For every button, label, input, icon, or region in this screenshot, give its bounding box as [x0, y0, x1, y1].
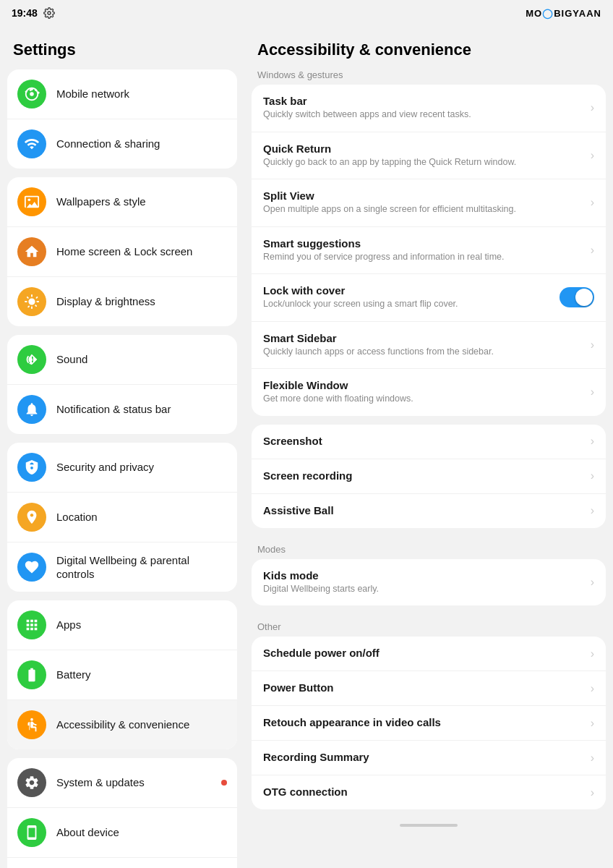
sound-label: Sound — [56, 352, 87, 367]
home-lock-label: Home screen & Lock screen — [56, 244, 192, 259]
sidebar-item-digital-wellbeing[interactable]: Digital Wellbeing & parental controls — [7, 542, 237, 592]
network-group: Mobile network Connection & sharing — [7, 69, 237, 169]
task-bar-chevron: › — [591, 101, 594, 114]
power-button-item[interactable]: Power Button › — [252, 671, 606, 706]
svg-point-1 — [30, 92, 34, 96]
wellbeing-icon — [17, 553, 46, 582]
smart-sidebar-content: Smart Sidebar Quickly launch apps or acc… — [263, 332, 591, 359]
retouch-video-title: Retouch appearance in video calls — [263, 716, 583, 728]
lock-cover-content: Lock with cover Lock/unlock your screen … — [263, 284, 560, 311]
time-display: 19:48 — [12, 7, 38, 19]
mobile-network-icon — [17, 80, 46, 109]
about-label: About device — [56, 825, 119, 840]
quick-return-chevron: › — [591, 149, 594, 162]
recording-summary-chevron: › — [591, 752, 594, 765]
sidebar-item-battery[interactable]: Battery — [7, 650, 237, 700]
kids-mode-item[interactable]: Kids mode Digital Wellbeing starts early… — [252, 559, 606, 606]
notification-icon — [17, 395, 46, 424]
kids-mode-content: Kids mode Digital Wellbeing starts early… — [263, 569, 591, 596]
sidebar-item-wallpapers[interactable]: Wallpapers & style — [7, 177, 237, 227]
quick-return-content: Quick Return Quickly go back to an app b… — [263, 142, 591, 169]
svg-point-0 — [48, 12, 51, 14]
notification-label: Notification & status bar — [56, 402, 171, 417]
modes-group: Kids mode Digital Wellbeing starts early… — [252, 559, 606, 606]
screenshot-item[interactable]: Screenshot › — [252, 425, 606, 459]
recording-summary-item[interactable]: Recording Summary › — [252, 741, 606, 775]
assistive-ball-item[interactable]: Assistive Ball › — [252, 494, 606, 528]
sidebar-item-sound[interactable]: Sound — [7, 335, 237, 385]
appearance-group: Wallpapers & style Home screen & Lock sc… — [7, 177, 237, 326]
otg-chevron: › — [591, 786, 594, 799]
flexible-window-item[interactable]: Flexible Window Get more done with float… — [252, 369, 606, 416]
flexible-window-content: Flexible Window Get more done with float… — [263, 379, 591, 406]
accessibility-icon — [17, 710, 46, 739]
toggle-thumb — [575, 289, 593, 306]
security-group: Security and privacy Location Digital We… — [7, 443, 237, 592]
otg-connection-item[interactable]: OTG connection › — [252, 775, 606, 809]
brand-logo: MO◯BIGYAAN — [526, 8, 601, 19]
power-button-chevron: › — [591, 682, 594, 695]
sidebar-item-accessibility[interactable]: Accessibility & convenience — [7, 700, 237, 749]
otg-content: OTG connection — [263, 786, 591, 799]
lock-with-cover-item[interactable]: Lock with cover Lock/unlock your screen … — [252, 274, 606, 322]
lock-cover-toggle[interactable] — [560, 287, 594, 307]
location-label: Location — [56, 510, 98, 524]
sidebar-item-security[interactable]: Security and privacy — [7, 443, 237, 493]
sidebar-item-location[interactable]: Location — [7, 493, 237, 542]
power-button-title: Power Button — [263, 681, 583, 694]
recording-summary-title: Recording Summary — [263, 751, 583, 763]
split-view-title: Split View — [263, 190, 583, 202]
schedule-power-item[interactable]: Schedule power on/off › — [252, 637, 606, 671]
gear-icon — [43, 7, 55, 19]
kids-mode-desc: Digital Wellbeing starts early. — [263, 583, 583, 596]
smart-suggestions-item[interactable]: Smart suggestions Remind you of service … — [252, 227, 606, 275]
assistive-ball-title: Assistive Ball — [263, 504, 583, 516]
accessibility-label: Accessibility & convenience — [56, 718, 189, 732]
digital-wellbeing-label: Digital Wellbeing & parental controls — [56, 553, 227, 582]
status-bar: 19:48 MO◯BIGYAAN — [0, 0, 613, 26]
sidebar-item-apps[interactable]: Apps — [7, 600, 237, 650]
sidebar-item-display[interactable]: Display & brightness — [7, 277, 237, 326]
split-view-desc: Open multiple apps on a single screen fo… — [263, 203, 583, 216]
sidebar-item-system-updates[interactable]: System & updates — [7, 758, 237, 808]
quick-return-item[interactable]: Quick Return Quickly go back to an app b… — [252, 132, 606, 180]
windows-features-group: Task bar Quickly switch between apps and… — [252, 85, 606, 416]
assistive-ball-content: Assistive Ball — [263, 504, 591, 518]
flexible-window-title: Flexible Window — [263, 379, 583, 391]
scrollbar-indicator — [252, 818, 606, 830]
svg-point-2 — [28, 198, 31, 201]
split-view-item[interactable]: Split View Open multiple apps on a singl… — [252, 179, 606, 227]
apps-icon — [17, 610, 46, 639]
split-view-chevron: › — [591, 196, 594, 209]
sidebar-item-users-accounts[interactable]: Users & accounts — [7, 858, 237, 868]
retouch-video-item[interactable]: Retouch appearance in video calls › — [252, 706, 606, 741]
right-panel-title: Accessibility & convenience — [252, 33, 606, 69]
security-icon — [17, 453, 46, 482]
smart-sidebar-item[interactable]: Smart Sidebar Quickly launch apps or acc… — [252, 322, 606, 370]
left-panel: Settings Mobile network Connection & sha… — [0, 26, 244, 868]
sidebar-item-mobile-network[interactable]: Mobile network — [7, 69, 237, 119]
system-icon — [17, 768, 46, 797]
other-section-label: Other — [252, 614, 606, 637]
wallpapers-icon — [17, 187, 46, 216]
schedule-power-title: Schedule power on/off — [263, 647, 583, 659]
apps-label: Apps — [56, 618, 81, 632]
sidebar-item-connection-sharing[interactable]: Connection & sharing — [7, 119, 237, 169]
schedule-power-chevron: › — [591, 647, 594, 660]
smart-suggestions-content: Smart suggestions Remind you of service … — [263, 237, 591, 264]
display-label: Display & brightness — [56, 294, 155, 309]
right-panel: Accessibility & convenience Windows & ge… — [244, 26, 613, 868]
system-notification-dot — [221, 780, 227, 786]
sidebar-item-home-lock[interactable]: Home screen & Lock screen — [7, 227, 237, 277]
screen-recording-content: Screen recording — [263, 469, 591, 483]
svg-point-3 — [30, 718, 33, 721]
screen-recording-item[interactable]: Screen recording › — [252, 459, 606, 494]
sidebar-item-notification[interactable]: Notification & status bar — [7, 385, 237, 434]
sidebar-item-about-device[interactable]: About device — [7, 808, 237, 858]
wallpapers-label: Wallpapers & style — [56, 195, 146, 209]
status-left: 19:48 — [12, 7, 55, 19]
settings-title: Settings — [7, 33, 237, 69]
screenshot-title: Screenshot — [263, 435, 583, 447]
kids-mode-chevron: › — [591, 576, 594, 589]
task-bar-item[interactable]: Task bar Quickly switch between apps and… — [252, 85, 606, 132]
